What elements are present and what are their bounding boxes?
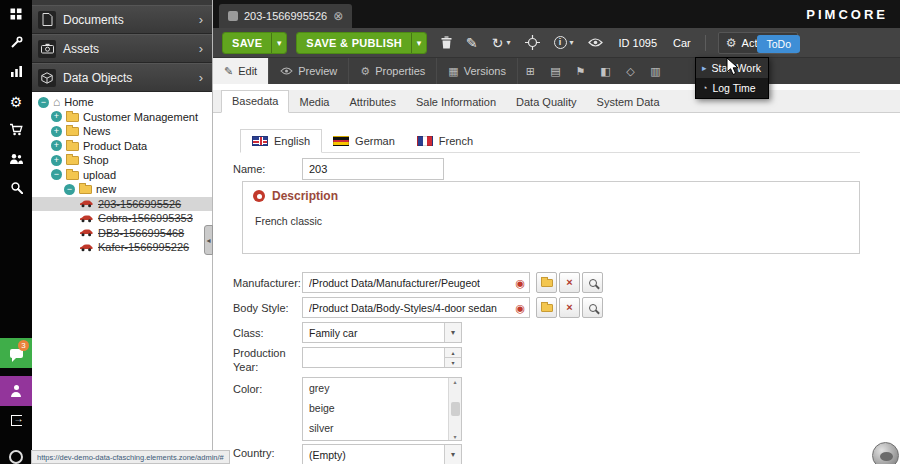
bodystyle-search-button[interactable] xyxy=(582,297,603,318)
save-publish-dropdown-caret[interactable]: ▾ xyxy=(411,33,426,53)
menu-item-log-time[interactable]: ◔ Log Time xyxy=(696,78,768,98)
info-dropdown-caret[interactable]: ▾ xyxy=(570,39,574,47)
notes-events-button[interactable]: ▤ xyxy=(543,58,568,84)
bodystyle-browse-button[interactable] xyxy=(536,297,557,318)
panel-documents[interactable]: Documents › xyxy=(32,5,212,34)
save-button-label[interactable]: SAVE xyxy=(223,33,271,53)
chat-badge: 3 xyxy=(18,340,29,351)
tree-item-shop[interactable]: + Shop xyxy=(32,153,212,168)
save-button[interactable]: SAVE ▾ xyxy=(222,32,287,54)
tree-item-news[interactable]: + News xyxy=(32,124,212,139)
tab-language-german[interactable]: German xyxy=(322,129,406,153)
tab-data-quality[interactable]: Data Quality xyxy=(506,92,587,113)
scroll-down-icon[interactable]: ▾ xyxy=(453,433,456,440)
bookmark-button[interactable]: ⚑ xyxy=(568,58,593,84)
tab-versions[interactable]: ▦ Versions xyxy=(437,58,518,84)
panel-assets[interactable]: Assets › xyxy=(32,34,212,63)
panel-data-objects[interactable]: Data Objects › xyxy=(32,63,212,92)
chevron-down-icon[interactable]: ▾ xyxy=(444,323,461,342)
layout-button[interactable]: ▥ xyxy=(643,58,668,84)
schedule-button[interactable]: ⊞ xyxy=(518,58,543,84)
tab-language-french[interactable]: French xyxy=(406,129,484,153)
color-option-grey[interactable]: grey xyxy=(303,378,448,398)
spin-down-icon[interactable]: ▾ xyxy=(445,358,461,367)
save-dropdown-caret[interactable]: ▾ xyxy=(271,33,286,53)
spin-up-icon[interactable]: ▴ xyxy=(445,348,461,358)
tools-button[interactable] xyxy=(0,29,32,58)
name-input[interactable] xyxy=(302,158,444,180)
tree-item-new[interactable]: − new xyxy=(32,182,212,197)
support-widget[interactable] xyxy=(872,442,899,464)
delete-button[interactable] xyxy=(441,36,452,49)
tab-preview[interactable]: Preview xyxy=(269,58,349,84)
tree-item-product-data[interactable]: + Product Data xyxy=(32,139,212,154)
save-publish-button-label[interactable]: SAVE & PUBLISH xyxy=(297,33,411,53)
expand-expander-icon[interactable]: + xyxy=(51,126,62,137)
manufacturer-browse-button[interactable] xyxy=(536,272,557,293)
tree-item-kafer[interactable]: Kafer-1566995226 xyxy=(32,240,212,255)
tab-language-english[interactable]: English xyxy=(240,129,322,153)
manufacturer-search-button[interactable] xyxy=(582,272,603,293)
settings-button[interactable]: ⚙ xyxy=(0,87,32,116)
info-button[interactable]: i▾ xyxy=(554,36,574,49)
save-publish-button[interactable]: SAVE & PUBLISH ▾ xyxy=(296,32,427,54)
logout-button[interactable]: → xyxy=(0,406,32,435)
tab-media[interactable]: Media xyxy=(289,92,339,113)
tab-edit[interactable]: ✎ Edit xyxy=(213,58,269,84)
collapse-expander-icon[interactable]: − xyxy=(51,169,62,180)
todo-badge[interactable]: ToDo xyxy=(757,35,800,53)
color-scrollbar[interactable]: ▴ ▾ xyxy=(448,378,461,440)
tree-item-cobra[interactable]: Cobra-1566995353 xyxy=(32,211,212,226)
profile-button[interactable] xyxy=(0,376,32,406)
tree-item-home[interactable]: − ⌂ Home xyxy=(32,95,212,110)
scroll-up-icon[interactable]: ▴ xyxy=(453,378,456,385)
expand-expander-icon[interactable]: + xyxy=(51,155,62,166)
rename-button[interactable]: ✎ xyxy=(466,36,478,50)
menu-item-start-work[interactable]: ▸ Start Work xyxy=(696,58,768,78)
reload-button[interactable]: ↻▾ xyxy=(492,36,511,50)
open-preview-button[interactable] xyxy=(588,38,603,47)
manufacturer-remove-button[interactable]: × xyxy=(559,272,580,293)
tab-sale-information[interactable]: Sale Information xyxy=(406,92,506,113)
bodystyle-field[interactable]: /Product Data/Body-Styles/4-door sedan ◉ xyxy=(302,297,530,318)
dashboard-button[interactable] xyxy=(0,0,32,29)
production-year-spinner[interactable]: ▴▾ xyxy=(302,347,462,368)
tree-item-upload[interactable]: − upload xyxy=(32,168,212,183)
open-relation-icon[interactable]: ◉ xyxy=(515,302,525,313)
workflow-button[interactable]: ◇ xyxy=(618,58,643,84)
tree-item-customer-management[interactable]: + Customer Management xyxy=(32,110,212,125)
color-option-beige[interactable]: beige xyxy=(303,398,448,418)
customers-button[interactable] xyxy=(0,145,32,174)
bodystyle-remove-button[interactable]: × xyxy=(559,297,580,318)
collapse-expander-icon[interactable]: − xyxy=(38,97,49,108)
expand-expander-icon[interactable]: + xyxy=(51,111,62,122)
doc-tab-203[interactable]: 203-1566995526 ⊗ xyxy=(219,4,352,28)
chat-button[interactable]: 3 xyxy=(0,338,32,368)
country-select[interactable]: (Empty) ▾ xyxy=(302,444,462,464)
tab-basedata[interactable]: Basedata xyxy=(221,90,289,113)
pimcore-mark-button[interactable] xyxy=(0,435,32,464)
tag-button[interactable]: ◧ xyxy=(593,58,618,84)
open-relation-icon[interactable]: ◉ xyxy=(515,277,525,288)
tree-item-db3[interactable]: DB3-1566995468 xyxy=(32,226,212,241)
tree-item-203[interactable]: 203-1566995526 xyxy=(32,197,212,212)
collapse-expander-icon[interactable]: − xyxy=(64,184,75,195)
tab-attributes[interactable]: Attributes xyxy=(339,92,405,113)
color-multiselect[interactable]: grey beige silver ▴ ▾ xyxy=(302,377,462,441)
class-select[interactable]: Family car ▾ xyxy=(302,322,462,343)
description-value[interactable]: French classic xyxy=(243,203,859,239)
tab-system-data[interactable]: System Data xyxy=(587,92,670,113)
manufacturer-field[interactable]: /Product Data/Manufacturer/Peugeot ◉ xyxy=(302,272,530,293)
sidebar-collapse-handle[interactable]: ◂ xyxy=(204,225,213,255)
close-tab-icon[interactable]: ⊗ xyxy=(333,10,343,22)
reports-button[interactable] xyxy=(0,58,32,87)
locate-in-tree-button[interactable] xyxy=(525,35,540,50)
expand-expander-icon[interactable]: + xyxy=(51,140,62,151)
tab-properties[interactable]: ⚙ Properties xyxy=(349,58,437,84)
scrollbar-thumb[interactable] xyxy=(451,402,460,416)
reload-dropdown-caret[interactable]: ▾ xyxy=(507,39,511,47)
search-button[interactable] xyxy=(0,174,32,203)
color-option-silver[interactable]: silver xyxy=(303,418,448,438)
ecommerce-button[interactable] xyxy=(0,116,32,145)
chevron-down-icon[interactable]: ▾ xyxy=(444,445,461,464)
